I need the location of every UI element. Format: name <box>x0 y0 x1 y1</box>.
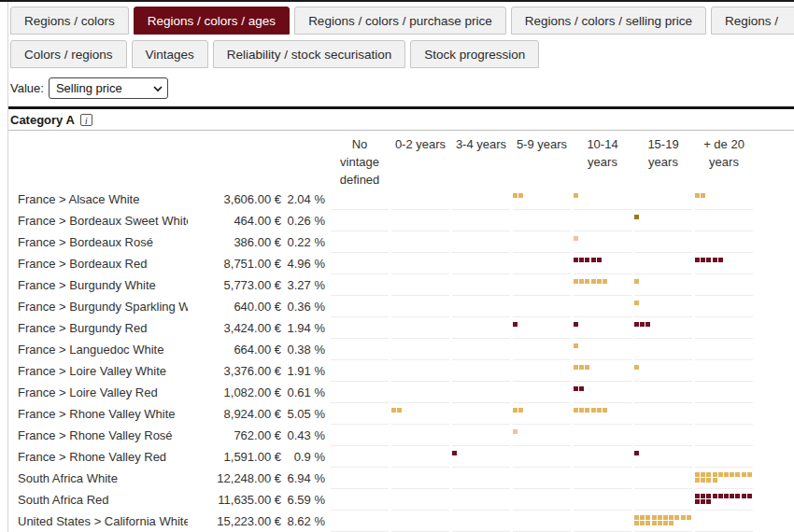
stock-dot <box>706 478 711 483</box>
stock-dot <box>634 322 639 327</box>
stock-dot <box>730 472 734 477</box>
table-row: United States > California White15,223.0… <box>8 511 794 532</box>
table-header-row: No vintage defined0-2 years3-4 years5-9 … <box>8 131 794 189</box>
info-icon[interactable]: i <box>80 114 92 126</box>
value-control-row: Value: Selling price <box>10 77 794 99</box>
dot-cell <box>513 382 571 403</box>
stock-dot <box>640 515 645 520</box>
stock-dot <box>591 408 596 413</box>
stock-dot <box>658 515 662 520</box>
row-label: France > Burgundy Red <box>8 317 188 339</box>
stock-dot <box>701 258 705 262</box>
dot-matrix <box>513 408 572 414</box>
dot-cell <box>331 360 389 382</box>
row-percent: 0.36 % <box>281 296 325 317</box>
table-row: France > Rhone Valley White8,924.00 €5.0… <box>8 403 794 425</box>
dot-cell <box>331 403 389 425</box>
row-percent: 4.96 % <box>281 253 325 274</box>
dot-cell <box>452 425 510 446</box>
stock-dot <box>591 258 596 262</box>
row-label: France > Rhone Valley Rosé <box>8 425 188 446</box>
content-area: Regions / colorsRegions / colors / agesR… <box>7 2 794 532</box>
stock-dot <box>735 494 740 498</box>
dot-cell <box>634 468 692 489</box>
row-label: United States > California White <box>8 511 188 532</box>
column-header-6: + de 20 years <box>695 135 753 189</box>
row-value: 3,606.00 € <box>188 189 281 210</box>
stock-dot <box>513 429 518 434</box>
stock-dot <box>634 279 639 284</box>
stock-dot <box>634 451 639 455</box>
dot-cell <box>695 210 753 231</box>
stock-dot <box>574 279 578 284</box>
tab-reliability-stock-securisation[interactable]: Reliability / stock securisation <box>213 40 405 68</box>
stock-dot <box>574 258 578 262</box>
stock-dot <box>574 408 578 413</box>
dot-cell <box>391 489 449 511</box>
stock-dot <box>585 258 589 262</box>
stock-dot <box>645 521 650 525</box>
stock-dot <box>724 472 729 477</box>
dot-cell <box>574 446 631 468</box>
dot-cell <box>391 339 449 360</box>
table-row: France > Burgundy Red3,424.00 €1.94 % <box>8 317 794 339</box>
tab-regions-colors[interactable]: Regions / colors <box>10 7 129 35</box>
stock-dot <box>518 193 523 198</box>
row-value: 640.00 € <box>188 296 281 317</box>
row-label: South Africa Red <box>8 489 188 511</box>
section-header: Category A i <box>8 111 794 131</box>
dot-matrix <box>574 343 632 350</box>
row-value: 762.00 € <box>188 425 281 446</box>
stock-dot <box>518 408 523 413</box>
column-header-0: No vintage defined <box>331 135 389 189</box>
tab-regions-colors-selling-price[interactable]: Regions / colors / selling price <box>511 7 706 35</box>
dot-cell <box>574 511 631 532</box>
row-label: France > Rhone Valley Red <box>8 446 188 468</box>
dot-cell <box>452 468 510 489</box>
dot-cell <box>695 339 753 360</box>
dot-matrix <box>634 279 693 286</box>
dot-cell <box>331 231 389 253</box>
stock-dot <box>701 499 705 504</box>
dot-cell <box>452 189 510 210</box>
tab-regions-colors-purchase-price[interactable]: Regions / colors / purchase price <box>294 7 506 35</box>
stock-dot <box>603 408 607 413</box>
stock-dot <box>513 322 518 327</box>
tab-vintages[interactable]: Vintages <box>132 40 208 68</box>
row-value: 8,924.00 € <box>188 403 281 425</box>
stock-dot <box>742 494 746 498</box>
dot-matrix <box>513 193 572 200</box>
dot-cell <box>695 425 753 446</box>
stock-dot <box>706 258 711 262</box>
stock-dot <box>701 472 705 477</box>
row-value: 3,424.00 € <box>188 317 281 339</box>
dot-cell <box>695 489 753 511</box>
stock-dot <box>391 408 396 413</box>
stock-dot <box>645 515 650 520</box>
column-header-1: 0-2 years <box>391 135 449 189</box>
row-value: 5,773.00 € <box>188 274 281 296</box>
stock-dot <box>669 515 673 520</box>
value-select[interactable]: Selling price <box>49 77 168 99</box>
stock-dot <box>574 343 578 348</box>
stock-dot <box>730 494 734 498</box>
section-title: Category A <box>10 113 75 127</box>
stock-dot <box>718 258 723 262</box>
tab-regions-colors-ages[interactable]: Regions / colors / ages <box>134 7 290 35</box>
dot-cell <box>452 339 510 360</box>
dot-cell <box>695 253 753 274</box>
dot-cell <box>452 446 510 468</box>
row-label: France > Bordeaux Sweet White <box>8 210 188 231</box>
dot-cell <box>634 511 692 532</box>
stock-dot <box>574 365 578 370</box>
stock-dot <box>579 365 584 370</box>
dot-cell <box>695 446 753 468</box>
stock-dot <box>701 494 705 498</box>
tab-regions[interactable]: Regions / <box>711 7 794 35</box>
tab-colors-regions[interactable]: Colors / regions <box>10 40 127 68</box>
stock-dot <box>674 515 679 520</box>
tab-stock-progression[interactable]: Stock progression <box>410 40 539 68</box>
row-value: 1,591.00 € <box>188 446 281 468</box>
dot-cell <box>634 489 692 511</box>
dot-matrix <box>574 365 632 371</box>
